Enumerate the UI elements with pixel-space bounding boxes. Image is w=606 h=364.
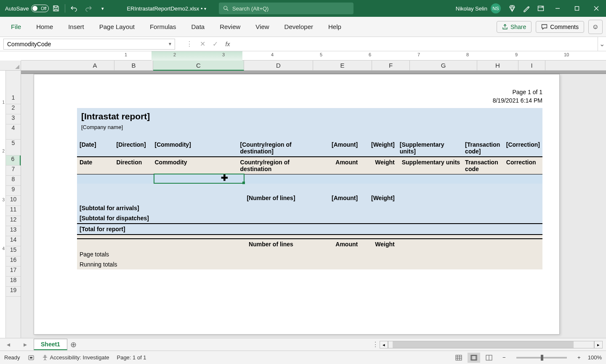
qat-customize-icon[interactable]: ▾ (96, 0, 110, 17)
chevron-down-icon[interactable]: ▼ (168, 42, 172, 46)
autosave-toggle[interactable]: Off (31, 5, 49, 12)
formula-input[interactable] (237, 39, 598, 50)
page-datetime: 8/19/2021 6:14 PM (493, 97, 542, 104)
sheet-tab[interactable]: Sheet1 (34, 339, 67, 350)
spreadsheet-grid: 1 2 3 4 5 6 7 8 9 10 A B C D E F G H I 1… (0, 51, 606, 338)
zoom-in-button[interactable]: + (573, 353, 585, 363)
page-paper: Page 1 of 1 8/19/2021 6:14 PM [Intrastat… (34, 74, 560, 335)
accessibility-status[interactable]: Accessibility: Investigate (42, 354, 109, 361)
page-indicator: Page: 1 of 1 (117, 354, 146, 361)
accessibility-icon (42, 355, 48, 361)
svg-point-0 (224, 6, 227, 10)
zoom-slider[interactable] (516, 357, 567, 359)
svg-rect-4 (542, 7, 543, 8)
feedback-button[interactable]: ☺ (588, 20, 603, 34)
save-icon[interactable] (49, 0, 63, 17)
diamond-icon[interactable] (505, 0, 519, 17)
svg-rect-6 (575, 7, 579, 11)
vertical-ruler: 1 2 3 4 (0, 71, 6, 338)
tab-formulas[interactable]: Formulas (142, 17, 184, 37)
title-bar: AutoSave Off ▾ ERIntrastatReportDemo2.xl… (0, 0, 606, 17)
user-avatar: NS (491, 3, 501, 13)
tab-file[interactable]: File (3, 17, 29, 37)
formula-bar-row: CommodityCode▼ ⋮ ✕ ✓ fx ⌄ (0, 37, 606, 51)
report-table: [Date][Direction] [Commodity][Country/re… (77, 140, 542, 269)
user-account[interactable]: Nikolay Selin NS (456, 3, 501, 13)
page-layout-view-icon[interactable] (468, 353, 480, 363)
zoom-level[interactable]: 100% (588, 354, 602, 361)
sheet-tab-bar: ◂ ▸ Sheet1 ⊕ ⋮ ◂ ▸ (0, 338, 606, 351)
page-break-view-icon[interactable] (483, 353, 495, 363)
status-bar: Ready Accessibility: Investigate Page: 1… (0, 351, 606, 364)
tab-page-layout[interactable]: Page Layout (92, 17, 142, 37)
minimize-button[interactable] (548, 0, 567, 17)
status-ready: Ready (4, 354, 20, 361)
svg-rect-8 (30, 357, 32, 359)
svg-rect-15 (472, 356, 476, 360)
sheet-nav-prev-icon[interactable]: ◂ (0, 340, 17, 348)
search-box[interactable]: Search (Alt+Q) (219, 3, 354, 14)
macro-record-icon[interactable] (28, 354, 35, 361)
tab-view[interactable]: View (248, 17, 276, 37)
svg-rect-10 (456, 355, 462, 360)
fx-icon[interactable]: fx (221, 41, 234, 47)
company-placeholder: [Company name] (77, 124, 542, 140)
horizontal-ruler: 1 2 3 4 5 6 7 8 9 10 (21, 51, 606, 61)
comments-button[interactable]: Comments (536, 21, 584, 33)
column-headers[interactable]: A B C D E F G H I (21, 61, 606, 71)
ribbon-tabs: File Home Insert Page Layout Formulas Da… (0, 17, 606, 37)
normal-view-icon[interactable] (452, 353, 465, 363)
undo-icon[interactable] (67, 0, 81, 17)
new-sheet-button[interactable]: ⊕ (67, 340, 80, 349)
tab-home[interactable]: Home (29, 17, 61, 37)
share-button[interactable]: Share (497, 21, 532, 33)
tab-review[interactable]: Review (212, 17, 248, 37)
tab-data[interactable]: Data (183, 17, 212, 37)
tab-developer[interactable]: Developer (277, 17, 321, 37)
enter-formula-icon[interactable]: ✓ (209, 39, 221, 50)
cancel-formula-icon[interactable]: ✕ (196, 39, 209, 50)
name-box[interactable]: CommodityCode▼ (3, 39, 175, 50)
row-headers[interactable]: 1 2 3 4 5 6 7 8 9 10 11 12 13 14 15 16 1… (6, 71, 21, 338)
expand-formula-bar-icon[interactable]: ⌄ (598, 37, 606, 51)
pen-icon[interactable] (519, 0, 534, 17)
svg-line-1 (227, 9, 229, 11)
ribbon-mode-icon[interactable] (534, 0, 548, 17)
search-placeholder: Search (Alt+Q) (232, 5, 268, 12)
report-title: [Intrastat report] (81, 111, 538, 121)
sheet-nav-next-icon[interactable]: ▸ (17, 340, 34, 348)
svg-point-9 (44, 355, 46, 357)
zoom-out-button[interactable]: − (498, 353, 510, 363)
maximize-button[interactable] (567, 0, 587, 17)
autosave-label: AutoSave (5, 5, 29, 12)
share-icon (502, 24, 508, 30)
page-number: Page 1 of 1 (512, 89, 542, 95)
select-all-corner[interactable] (0, 61, 21, 71)
tab-insert[interactable]: Insert (61, 17, 92, 37)
horizontal-scrollbar[interactable]: ⋮ ◂ ▸ (371, 340, 603, 349)
close-button[interactable] (587, 0, 606, 17)
tab-help[interactable]: Help (321, 17, 349, 37)
comment-icon (541, 24, 548, 30)
filename[interactable]: ERIntrastatReportDemo2.xlsx • ▾ (127, 5, 206, 12)
redo-icon[interactable] (81, 0, 96, 17)
